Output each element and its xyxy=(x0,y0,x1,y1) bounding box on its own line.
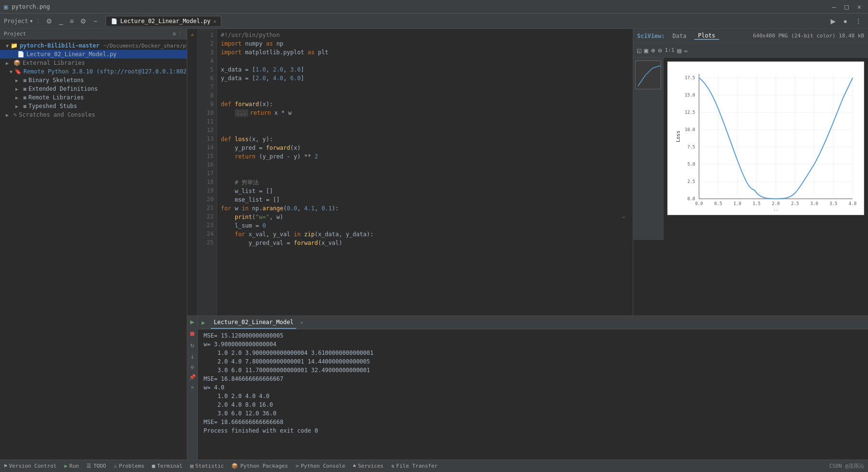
file-label: Lecture_02_Linear_Model.py xyxy=(26,51,117,58)
run-tab-close[interactable]: ✕ xyxy=(300,320,303,325)
stop-button[interactable]: ■ xyxy=(190,329,194,337)
file-transfer-icon: ⇅ xyxy=(391,463,395,469)
terminal-status-item[interactable]: ■ Terminal xyxy=(152,463,183,469)
sciview-image-info: 640x480 PNG (24-bit color) 18.48 kB xyxy=(753,33,864,39)
tree-root[interactable]: ▼ 📁 pytorch-Bilibili-master ~/Documents/… xyxy=(0,41,187,50)
app-icon: ▣ xyxy=(4,3,8,11)
python-packages-status-item[interactable]: 📦 Python Packages xyxy=(231,463,288,469)
actual-size-icon[interactable]: ▤ xyxy=(677,47,681,54)
svg-text:5.0: 5.0 xyxy=(687,162,695,167)
version-control-item[interactable]: ⚑ Version Control xyxy=(4,463,57,469)
fit-icon[interactable]: ◱ xyxy=(637,47,641,54)
svg-text:1.5: 1.5 xyxy=(753,201,760,206)
gear-icon[interactable]: ⚙ xyxy=(78,16,89,26)
main-toolbar: Project ▼ | ⚙ ⎯ ≡ ⚙ − 📄 Lecture_02_Linea… xyxy=(0,13,868,29)
debug-icon[interactable]: ● xyxy=(841,16,850,26)
settings-run-icon[interactable]: ⚙ xyxy=(191,364,194,370)
svg-text:w: w xyxy=(774,209,778,211)
sciview-tab-data[interactable]: Data xyxy=(669,33,690,39)
vcs-icon: ⚑ xyxy=(4,463,7,469)
svg-text:0.0: 0.0 xyxy=(687,196,695,201)
output-finish-line: Process finished with exit code 0 xyxy=(204,426,862,435)
code-area[interactable]: #!/usr/bin/python import numpy as np imp… xyxy=(217,29,633,315)
ext-lib-icon: 📦 xyxy=(13,60,21,66)
run-indicator: ▶ xyxy=(202,319,205,326)
svg-text:3.0: 3.0 xyxy=(810,201,818,206)
statistic-status-item[interactable]: ▤ Statistic xyxy=(190,463,224,469)
sidebar-gear-icon[interactable]: ⚙ xyxy=(172,31,176,37)
bottom-section: ▶ ■ ↻ ↓ ⚙ 📌 ✕ ▶ Lecture_02_Linear_Model … xyxy=(187,315,868,460)
problems-status-item[interactable]: ⚠ Problems xyxy=(114,463,145,469)
tree-typeshed[interactable]: ▶ ◼ Typeshed Stubs xyxy=(0,102,187,110)
editor-tab-active[interactable]: 📄 Lecture_02_Linear_Model.py ✕ xyxy=(106,16,222,26)
statistic-label: Statistic xyxy=(195,463,224,469)
zoom-out-icon[interactable]: ⊖ xyxy=(658,47,662,54)
pin-icon[interactable]: 📌 xyxy=(189,374,196,380)
typeshed-label: Typeshed Stubs xyxy=(28,103,77,109)
grid-icon[interactable]: ▣ xyxy=(644,47,648,54)
run-tab-active[interactable]: Lecture_02_Linear_Model xyxy=(211,316,296,329)
svg-rect-0 xyxy=(636,61,661,89)
settings-icon[interactable]: ⚙ xyxy=(44,16,55,26)
minus-icon[interactable]: − xyxy=(91,16,99,26)
tree-extended-defs[interactable]: ▶ ◼ Extended Definitions xyxy=(0,85,187,93)
close-panel-icon[interactable]: ✕ xyxy=(191,384,194,390)
gutter-warning-icon: ⚠ xyxy=(191,32,193,37)
project-sidebar: Project ⚙ ⋮ ▼ 📁 pytorch-Bilibili-master … xyxy=(0,29,187,460)
svg-text:7.5: 7.5 xyxy=(687,145,695,149)
services-icon: ♠ xyxy=(353,463,356,469)
python-console-status-item[interactable]: > Python Console xyxy=(296,463,345,469)
todo-status-item[interactable]: ☰ TODO xyxy=(86,463,106,469)
scroll-end-button[interactable]: ↓ xyxy=(190,352,194,360)
close-icon[interactable]: ✕ xyxy=(855,3,864,11)
root-label: pytorch-Bilibili-master xyxy=(20,42,99,49)
remote-lib-icon: ◼ xyxy=(23,94,26,101)
tab-close-icon[interactable]: ✕ xyxy=(213,19,216,24)
layout-icon[interactable]: ≡ xyxy=(67,16,76,26)
packages-label: Python Packages xyxy=(240,463,288,469)
statistic-icon: ▤ xyxy=(190,463,193,469)
output-line: w= 3.9000000000000004 xyxy=(204,340,862,349)
file-transfer-label: File Transfer xyxy=(396,463,437,469)
packages-icon: 📦 xyxy=(231,463,238,469)
tree-remote-python[interactable]: ▼ 🔖 Remote Python 3.8.10 (sftp://root@12… xyxy=(0,67,187,76)
sidebar-expand-icon[interactable]: ⋮ xyxy=(178,31,183,37)
run-status-icon: ▶ xyxy=(64,463,68,469)
minimize-icon[interactable]: — xyxy=(829,3,839,11)
remote-libs-label: Remote Libraries xyxy=(28,94,84,101)
tree-remote-libs[interactable]: ▶ ◼ Remote Libraries xyxy=(0,93,187,102)
expand-icon3: ▼ xyxy=(10,69,12,74)
status-bar: ⚑ Version Control ▶ Run ☰ TODO ⚠ Problem… xyxy=(0,460,868,472)
rerun-button[interactable]: ↻ xyxy=(190,341,194,349)
file-transfer-status-item[interactable]: ⇅ File Transfer xyxy=(391,463,438,469)
tree-external-libs[interactable]: ▶ 📦 External Libraries xyxy=(0,59,187,67)
line-numbers: 12345 678910 1112131415 1617181920 21222… xyxy=(198,29,217,315)
output-line: 1.0 2.0 3.9000000000000004 3.61000000000… xyxy=(204,349,862,357)
split-icon[interactable]: ⎯ xyxy=(57,16,65,26)
project-dropdown[interactable]: Project ▼ xyxy=(4,18,33,24)
svg-text:15.0: 15.0 xyxy=(685,93,695,97)
services-status-item[interactable]: ♠ Services xyxy=(353,463,384,469)
expand-icon2: ▶ xyxy=(6,61,12,66)
tree-binary-skeletons[interactable]: ▶ ◼ Binary Skeletons xyxy=(0,76,187,85)
editor-tab-label: Lecture_02_Linear_Model.py xyxy=(121,18,211,24)
maximize-icon[interactable]: □ xyxy=(842,3,851,11)
pencil-icon[interactable]: ✏ xyxy=(684,47,688,54)
svg-text:Loss: Loss xyxy=(675,131,681,142)
run-button[interactable]: ▶ xyxy=(190,318,194,326)
tree-scratches[interactable]: ▶ ✎ Scratches and Consoles xyxy=(0,110,187,119)
more-icon[interactable]: ⋮ xyxy=(853,16,864,26)
expand-icon5: ▶ xyxy=(15,86,21,92)
editor-gutter: ⚠ xyxy=(187,29,198,315)
run-status-item[interactable]: ▶ Run xyxy=(64,463,79,469)
tree-file-item[interactable]: 📄 Lecture_02_Linear_Model.py xyxy=(0,50,187,59)
vcs-label: Version Control xyxy=(9,463,57,469)
folder-icon: 📁 xyxy=(11,42,18,49)
zoom-in-icon[interactable]: ⊕ xyxy=(651,47,655,54)
run-config-icon[interactable]: ▶ xyxy=(828,16,838,26)
run-output[interactable]: MSE= 15.120000000000005 w= 3.90000000000… xyxy=(198,329,868,460)
svg-text:12.5: 12.5 xyxy=(685,110,695,115)
sciview-tab-plots[interactable]: Plots xyxy=(694,32,719,40)
sciview-toolbar: SciView: Data Plots 640x480 PNG (24-bit … xyxy=(633,29,868,43)
title-bar-text: pytorch.png xyxy=(12,3,49,10)
